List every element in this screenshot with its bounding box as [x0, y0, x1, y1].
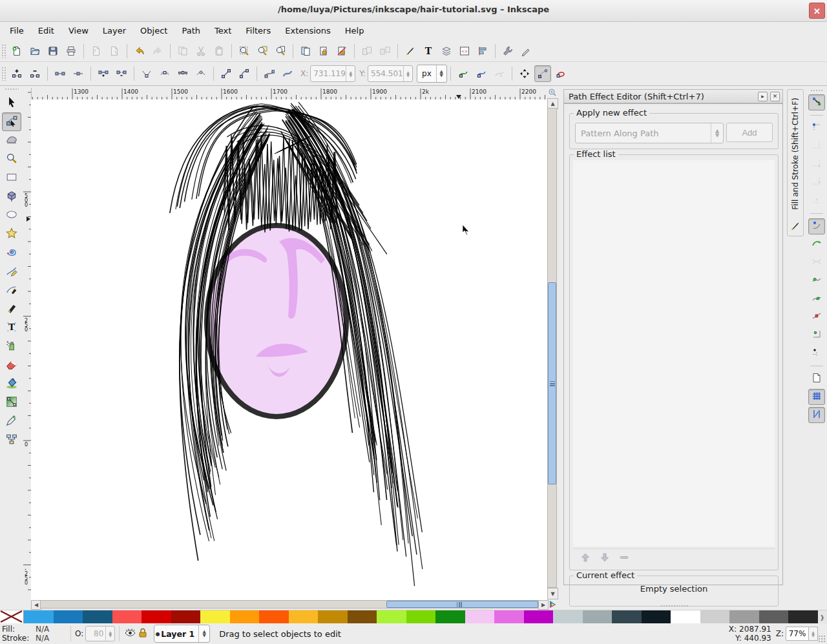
paint-bucket-tool[interactable]	[2, 375, 21, 393]
palette-swatch[interactable]	[583, 610, 612, 624]
x-spinner[interactable]: ▲▼	[346, 66, 355, 81]
snap-grid-toggle[interactable]	[808, 389, 825, 405]
menu-filters[interactable]: Filters	[238, 23, 278, 38]
box3d-tool[interactable]	[2, 187, 21, 206]
panel-header[interactable]: Path Effect Editor (Shift+Ctrl+7) ▸ ✕	[563, 89, 783, 103]
palette-swatch[interactable]	[642, 610, 671, 624]
auto-node-button[interactable]	[193, 65, 209, 82]
effect-down-button[interactable]	[598, 551, 612, 565]
stroke-to-path-button[interactable]	[279, 65, 296, 82]
pen-tool[interactable]	[2, 281, 21, 300]
rectangle-tool[interactable]	[2, 169, 21, 187]
snap-rotation-center-toggle[interactable]	[808, 345, 825, 361]
palette-swatch[interactable]	[318, 610, 348, 624]
node-tool[interactable]	[2, 112, 21, 131]
join-with-segment-button[interactable]	[95, 65, 112, 82]
zoom-selection-button[interactable]	[236, 43, 253, 59]
window-resize-grip[interactable]	[818, 635, 826, 643]
snap-bounding-box-toggle[interactable]	[808, 120, 825, 136]
star-tool[interactable]	[2, 225, 21, 244]
eraser-tool[interactable]	[2, 356, 21, 375]
palette-swatch[interactable]	[759, 610, 789, 624]
panel-menu-button[interactable]: ▸	[758, 92, 768, 101]
smooth-node-button[interactable]	[156, 65, 173, 82]
clone-button[interactable]	[315, 43, 332, 59]
palette-swatch[interactable]	[83, 610, 112, 624]
menu-help[interactable]: Help	[338, 23, 372, 38]
snap-smooth-nodes-toggle[interactable]	[808, 291, 825, 307]
snap-bbox-edges-toggle[interactable]	[808, 138, 825, 154]
dropper-tool[interactable]	[2, 412, 21, 431]
fill-stroke-indicator[interactable]: Fill: N/A Stroke: N/A	[0, 625, 67, 643]
menu-text[interactable]: Text	[207, 23, 238, 38]
palette-swatch[interactable]	[671, 610, 700, 624]
zoom-control[interactable]: Z: 77% ▲▼	[774, 627, 818, 641]
fill-stroke-dialog-button[interactable]	[402, 43, 419, 59]
selector-tool[interactable]	[2, 94, 21, 112]
show-transform-handles-button[interactable]	[516, 65, 533, 82]
snap-toolbar-drag-handle[interactable]	[810, 89, 823, 92]
horizontal-scrollbar-thumb[interactable]	[386, 601, 538, 608]
zoom-tool[interactable]	[2, 150, 21, 169]
duplicate-button[interactable]	[297, 43, 314, 59]
zoom-spinner[interactable]: ▲▼	[809, 627, 818, 641]
edit-clip-path-button[interactable]	[455, 65, 472, 82]
snap-nodes-toggle[interactable]	[808, 218, 825, 234]
toolbar-drag-handle[interactable]	[1, 44, 6, 58]
tweak-tool[interactable]	[2, 131, 21, 150]
palette-swatch[interactable]	[289, 610, 319, 624]
menu-file[interactable]: File	[3, 23, 31, 38]
effect-remove-button[interactable]	[617, 551, 631, 565]
opacity-control[interactable]: O: 80 ▲▼	[75, 626, 115, 641]
group-button[interactable]	[359, 43, 375, 59]
add-effect-button[interactable]: Add	[726, 123, 773, 142]
paste-button[interactable]	[211, 43, 227, 59]
copy-button[interactable]	[174, 43, 191, 59]
window-close-button[interactable]: ✕	[809, 3, 825, 19]
opacity-spinner[interactable]: ▲▼	[105, 627, 114, 641]
insert-node-button[interactable]	[8, 65, 25, 82]
show-node-handles-button[interactable]	[534, 65, 551, 82]
canvas[interactable]	[31, 99, 547, 600]
palette-swatch[interactable]	[494, 610, 524, 624]
palette-swatch[interactable]	[24, 610, 54, 624]
xml-editor-button[interactable]: <>	[456, 43, 473, 59]
palette-swatch[interactable]	[553, 610, 583, 624]
menu-object[interactable]: Object	[133, 23, 174, 38]
window-titlebar[interactable]: /home/luya/Pictures/inkscape/hair-tutori…	[0, 0, 827, 22]
menu-extensions[interactable]: Extensions	[278, 23, 338, 38]
open-document-button[interactable]	[26, 43, 43, 59]
export-button[interactable]	[106, 43, 123, 59]
cut-button[interactable]	[193, 43, 209, 59]
horizontal-ruler[interactable]: 13001400150016001700180019002k21002200	[31, 88, 547, 100]
ellipse-tool[interactable]	[2, 206, 21, 225]
vertical-scroll-down-button[interactable]: ▼	[547, 588, 558, 599]
menu-view[interactable]: View	[61, 23, 96, 38]
palette-swatch[interactable]	[377, 610, 406, 624]
palette-swatch[interactable]	[348, 610, 377, 624]
fill-and-stroke-tab[interactable]: Fill and Stroke (Shift+Ctrl+F)	[787, 89, 804, 236]
unit-combo[interactable]: px ▲▼	[417, 65, 447, 83]
effect-list[interactable]	[573, 160, 775, 546]
panel-close-button[interactable]: ✕	[770, 92, 780, 101]
panel-resize-handle[interactable]	[660, 605, 689, 608]
object-to-path-button[interactable]	[261, 65, 278, 82]
layer-lock-icon[interactable]	[138, 628, 147, 639]
palette-swatch[interactable]	[465, 610, 495, 624]
snap-bbox-corners-toggle[interactable]	[808, 156, 825, 172]
palette-swatch[interactable]	[700, 610, 730, 624]
delete-segment-button[interactable]	[113, 65, 130, 82]
vertical-scrollbar-thumb[interactable]	[548, 282, 556, 484]
snap-page-border-toggle[interactable]	[808, 371, 825, 387]
effect-type-combo[interactable]: Pattern Along Path ▲▼	[575, 123, 724, 143]
snap-master-toggle[interactable]	[808, 94, 825, 110]
show-path-outline-button[interactable]	[552, 65, 569, 82]
horizontal-scroll-right-button[interactable]: ▶	[538, 600, 549, 610]
cms-toggle-icon[interactable]	[549, 600, 557, 610]
segment-to-curve-button[interactable]	[236, 65, 253, 82]
ungroup-button[interactable]	[377, 43, 393, 59]
snap-path-intersections-toggle[interactable]	[808, 254, 825, 271]
y-spinner[interactable]: ▲▼	[403, 66, 412, 81]
palette-swatch[interactable]	[54, 610, 83, 624]
layer-selector[interactable]: ● Layer 1 ▲▼	[154, 625, 210, 643]
